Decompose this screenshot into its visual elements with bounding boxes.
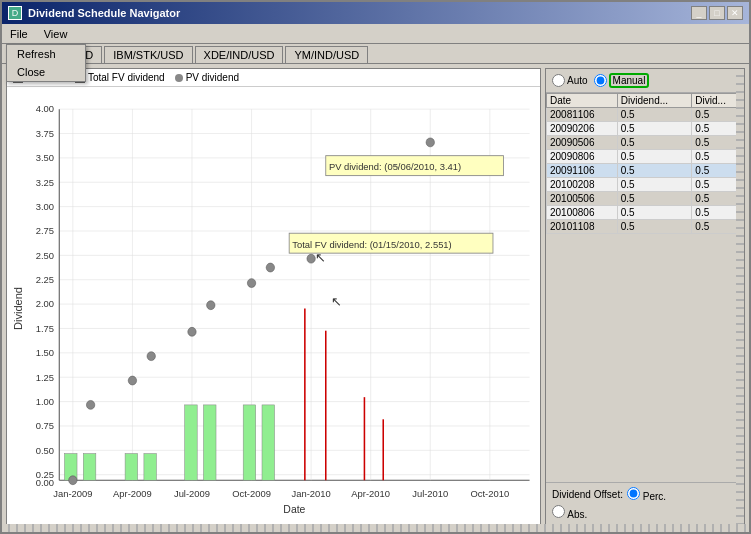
chart-svg: 4.00 3.75 3.50 3.25 3.00 2.75 2.50 2.25 …: [7, 87, 540, 519]
abs-radio-row: Abs.: [552, 505, 738, 520]
svg-text:2.75: 2.75: [36, 225, 54, 236]
table-row[interactable]: 201002080.50.5: [547, 178, 744, 192]
dot-jan2009: [69, 476, 77, 485]
svg-text:Oct-2010: Oct-2010: [470, 488, 509, 499]
table-header-dividend: Dividend...: [617, 94, 692, 108]
svg-text:1.00: 1.00: [36, 396, 55, 407]
table-cell-1: 0.5: [617, 178, 692, 192]
svg-text:3.75: 3.75: [36, 128, 54, 139]
svg-text:Jul-2009: Jul-2009: [174, 488, 210, 499]
chart-area: Dividend Total FV dividend PV dividend: [6, 68, 541, 528]
window-title: Dividend Schedule Navigator: [28, 7, 180, 19]
table-cell-1: 0.5: [617, 164, 692, 178]
table-cell-1: 0.5: [617, 206, 692, 220]
tab-ym-ind-usd[interactable]: YM/IND/USD: [285, 46, 368, 63]
svg-point-73: [426, 138, 434, 147]
table-row[interactable]: 200905060.50.5: [547, 136, 744, 150]
table-row[interactable]: 201011080.50.5: [547, 220, 744, 234]
tab-xde-ind-usd[interactable]: XDE/IND/USD: [195, 46, 284, 63]
svg-rect-55: [203, 405, 216, 480]
table-cell-1: 0.5: [617, 150, 692, 164]
table-row[interactable]: 200902060.50.5: [547, 122, 744, 136]
svg-text:2.00: 2.00: [36, 298, 55, 309]
svg-text:3.50: 3.50: [36, 152, 55, 163]
svg-text:↖: ↖: [331, 294, 342, 309]
svg-text:0.75: 0.75: [36, 420, 54, 431]
table-header-date: Date: [547, 94, 618, 108]
abs-label: Abs.: [567, 509, 587, 520]
mode-radio-row: Auto Manual: [546, 69, 744, 93]
table-cell-0: 20081106: [547, 108, 618, 122]
manual-label-text: Manual: [609, 73, 650, 88]
table-row[interactable]: 201005060.50.5: [547, 192, 744, 206]
svg-text:Date: Date: [283, 503, 305, 515]
maximize-button[interactable]: □: [709, 6, 725, 20]
manual-radio[interactable]: [594, 74, 607, 87]
abs-radio-label[interactable]: Abs.: [552, 505, 587, 520]
table-cell-0: 20100506: [547, 192, 618, 206]
svg-text:Jan-2010: Jan-2010: [292, 488, 332, 499]
close-button[interactable]: ✕: [727, 6, 743, 20]
table-cell-1: 0.5: [617, 220, 692, 234]
svg-rect-52: [125, 454, 138, 481]
svg-text:4.00: 4.00: [36, 103, 55, 114]
tab-ibm-stk-usd[interactable]: IBM/STK/USD: [104, 46, 192, 63]
legend-pv-label: PV dividend: [186, 72, 239, 83]
jagged-bottom-edge: [2, 524, 749, 532]
app-icon: D: [8, 6, 22, 20]
dividend-offset-row: Dividend Offset: Perc.: [552, 487, 738, 502]
table-cell-1: 0.5: [617, 108, 692, 122]
svg-text:3.25: 3.25: [36, 176, 54, 187]
perc-label: Perc.: [643, 491, 666, 502]
abs-radio[interactable]: [552, 505, 565, 518]
svg-text:↖: ↖: [315, 250, 326, 265]
table-cell-0: 20090206: [547, 122, 618, 136]
svg-point-69: [247, 279, 255, 288]
perc-radio[interactable]: [627, 487, 640, 500]
svg-text:0.50: 0.50: [36, 444, 55, 455]
svg-point-64: [86, 400, 94, 409]
svg-point-70: [266, 263, 274, 272]
manual-radio-label[interactable]: Manual: [594, 73, 650, 88]
perc-radio-label[interactable]: Perc.: [627, 487, 666, 502]
svg-text:0.00: 0.00: [36, 477, 55, 488]
tabs-row: DELL/STK/USD IBM/STK/USD XDE/IND/USD YM/…: [2, 44, 749, 64]
table-row[interactable]: 200811060.50.5: [547, 108, 744, 122]
svg-rect-54: [185, 405, 198, 480]
svg-text:3.00: 3.00: [36, 201, 55, 212]
svg-point-65: [128, 376, 136, 385]
svg-text:Total FV dividend: (01/15/2010: Total FV dividend: (01/15/2010, 2.551): [292, 238, 451, 249]
content-area: Dividend Total FV dividend PV dividend: [2, 64, 749, 532]
minimize-button[interactable]: _: [691, 6, 707, 20]
menu-view[interactable]: View: [40, 27, 72, 41]
close-menu-item[interactable]: Close: [7, 63, 85, 81]
jagged-right-edge: [736, 69, 744, 527]
auto-radio[interactable]: [552, 74, 565, 87]
svg-text:2.25: 2.25: [36, 274, 54, 285]
svg-text:Apr-2009: Apr-2009: [113, 488, 152, 499]
legend-pv: PV dividend: [175, 72, 239, 83]
menu-file[interactable]: File: [6, 27, 32, 41]
table-row[interactable]: 201008060.50.5: [547, 206, 744, 220]
table-row[interactable]: 200908060.50.5: [547, 150, 744, 164]
svg-text:Dividend: Dividend: [12, 287, 24, 330]
title-bar: D Dividend Schedule Navigator _ □ ✕: [2, 2, 749, 24]
auto-radio-label[interactable]: Auto: [552, 74, 588, 87]
chart-plot-area: 4.00 3.75 3.50 3.25 3.00 2.75 2.50 2.25 …: [7, 87, 540, 519]
svg-text:2.50: 2.50: [36, 249, 55, 260]
svg-text:Oct-2009: Oct-2009: [232, 488, 271, 499]
refresh-menu-item[interactable]: Refresh: [7, 45, 85, 63]
table-cell-0: 20091106: [547, 164, 618, 178]
svg-text:Jan-2009: Jan-2009: [53, 488, 92, 499]
title-bar-buttons: _ □ ✕: [691, 6, 743, 20]
dividend-data-table: Date Dividend... Divid... 200811060.50.5…: [546, 93, 744, 234]
svg-point-71: [307, 254, 315, 263]
svg-point-68: [207, 301, 215, 310]
file-dropdown-menu: Refresh Close: [6, 44, 86, 82]
chart-legend: Dividend Total FV dividend PV dividend: [7, 69, 540, 87]
svg-text:Apr-2010: Apr-2010: [351, 488, 390, 499]
table-row[interactable]: 200911060.50.5: [547, 164, 744, 178]
svg-text:1.75: 1.75: [36, 323, 54, 334]
svg-text:1.50: 1.50: [36, 347, 55, 358]
table-cell-1: 0.5: [617, 136, 692, 150]
